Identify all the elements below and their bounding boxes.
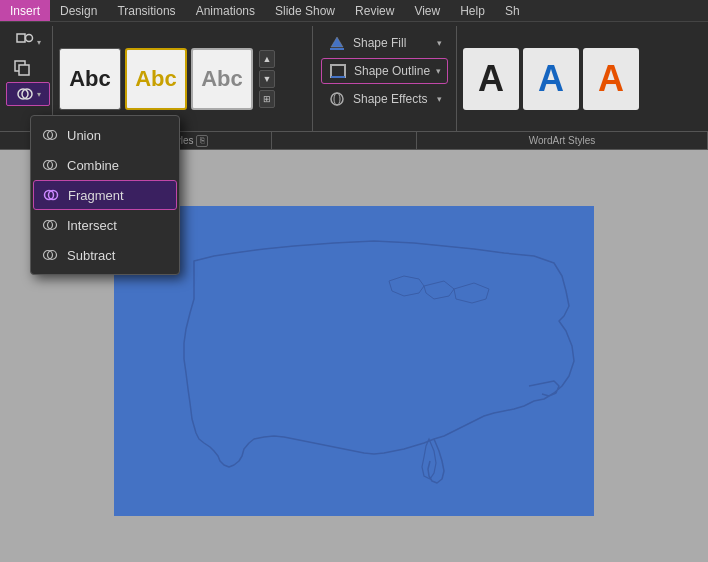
fragment-icon-svg bbox=[43, 187, 59, 203]
svg-rect-6 bbox=[330, 48, 344, 50]
union-label: Union bbox=[67, 128, 101, 143]
subtract-icon-svg bbox=[42, 247, 58, 263]
style-swatch-yellow[interactable]: Abc bbox=[125, 48, 187, 110]
ribbon-tabs: Insert Design Transitions Animations Sli… bbox=[0, 0, 708, 22]
tab-insert[interactable]: Insert bbox=[0, 0, 50, 21]
union-icon bbox=[41, 126, 59, 144]
icon-row-3: ▾ bbox=[6, 82, 50, 106]
scroll-down-button[interactable]: ▼ bbox=[259, 70, 275, 88]
shape-outline-dropdown-arrow[interactable]: ▾ bbox=[436, 66, 441, 76]
tab-slideshow[interactable]: Slide Show bbox=[265, 0, 345, 21]
intersect-icon-svg bbox=[42, 217, 58, 233]
shape-effects-dropdown-arrow[interactable]: ▾ bbox=[437, 94, 442, 104]
svg-rect-7 bbox=[331, 65, 345, 77]
expand-button[interactable]: ⊞ bbox=[259, 90, 275, 108]
menu-item-intersect[interactable]: Intersect bbox=[31, 210, 179, 240]
tab-design[interactable]: Design bbox=[50, 0, 107, 21]
tab-review[interactable]: Review bbox=[345, 0, 404, 21]
shape-styles-grid: Abc Abc Abc ▲ ▼ ⊞ bbox=[59, 30, 306, 127]
effects-icon-svg bbox=[328, 91, 346, 107]
shapes-icon bbox=[16, 33, 34, 51]
shape-effects-icon bbox=[327, 91, 347, 107]
shape-outline-button[interactable]: Shape Outline ▾ bbox=[321, 58, 448, 84]
svg-rect-0 bbox=[17, 34, 25, 42]
wordart-styles-text: WordArt Styles bbox=[529, 135, 596, 146]
shape-fill-button[interactable]: Shape Fill ▾ bbox=[321, 30, 448, 56]
format-section: Shape Fill ▾ Shape Outline ▾ Shape Effec… bbox=[313, 26, 457, 131]
merge-shapes-button[interactable]: ▾ bbox=[6, 82, 50, 106]
arrange-icon bbox=[13, 59, 31, 77]
shape-outline-label: Shape Outline bbox=[354, 64, 430, 78]
svg-point-9 bbox=[331, 93, 343, 105]
shape-effects-button[interactable]: Shape Effects ▾ bbox=[321, 86, 448, 112]
wordart-swatch-orange[interactable]: A bbox=[583, 48, 639, 110]
scroll-arrows: ▲ ▼ ⊞ bbox=[259, 50, 275, 108]
swatch-label: Abc bbox=[201, 66, 243, 92]
menu-item-union[interactable]: Union bbox=[31, 120, 179, 150]
wordart-section: A A A bbox=[457, 26, 645, 131]
usa-map-svg bbox=[134, 221, 584, 501]
wordart-swatch-blue[interactable]: A bbox=[523, 48, 579, 110]
style-swatch-plain[interactable]: Abc bbox=[59, 48, 121, 110]
menu-item-fragment[interactable]: Fragment bbox=[33, 180, 177, 210]
combine-label: Combine bbox=[67, 158, 119, 173]
subtract-label: Subtract bbox=[67, 248, 115, 263]
shape-effects-label: Shape Effects bbox=[353, 92, 431, 106]
wordart-swatch-black[interactable]: A bbox=[463, 48, 519, 110]
subtract-icon bbox=[41, 246, 59, 264]
fragment-icon bbox=[42, 186, 60, 204]
arrange-button[interactable] bbox=[6, 56, 38, 80]
union-icon-svg bbox=[42, 127, 58, 143]
merge-icon bbox=[16, 85, 34, 103]
merge-shapes-dropdown: Union Combine Fragment Intersect bbox=[30, 115, 180, 275]
svg-point-10 bbox=[334, 93, 340, 105]
svg-rect-3 bbox=[19, 65, 29, 75]
menu-item-combine[interactable]: Combine bbox=[31, 150, 179, 180]
outline-icon-svg bbox=[329, 63, 347, 79]
chevron-down-icon: ▾ bbox=[37, 38, 41, 47]
shape-outline-icon bbox=[328, 63, 348, 79]
shape-styles-expand-button[interactable]: ⎘ bbox=[196, 135, 208, 147]
shape-fill-label: Shape Fill bbox=[353, 36, 431, 50]
swatch-label: Abc bbox=[135, 66, 177, 92]
format-bottom-label bbox=[272, 132, 417, 149]
svg-point-1 bbox=[25, 35, 32, 42]
wordart-grid: A A A bbox=[463, 30, 639, 127]
swatch-label: Abc bbox=[69, 66, 111, 92]
tab-sh[interactable]: Sh bbox=[495, 0, 530, 21]
tab-view[interactable]: View bbox=[404, 0, 450, 21]
style-swatch-outline[interactable]: Abc bbox=[191, 48, 253, 110]
fragment-label: Fragment bbox=[68, 188, 124, 203]
menu-item-subtract[interactable]: Subtract bbox=[31, 240, 179, 270]
shape-fill-dropdown-arrow[interactable]: ▾ bbox=[437, 38, 442, 48]
intersect-icon bbox=[41, 216, 59, 234]
tab-help[interactable]: Help bbox=[450, 0, 495, 21]
shape-fill-icon bbox=[327, 35, 347, 51]
slide-canvas[interactable] bbox=[114, 206, 594, 516]
scroll-up-button[interactable]: ▲ bbox=[259, 50, 275, 68]
chevron-down-icon: ▾ bbox=[37, 90, 41, 99]
intersect-label: Intersect bbox=[67, 218, 117, 233]
icon-row-2 bbox=[6, 56, 50, 80]
svg-rect-8 bbox=[331, 76, 345, 78]
wordart-bottom-label: WordArt Styles bbox=[417, 132, 708, 149]
combine-icon-svg bbox=[42, 157, 58, 173]
shapes-button[interactable]: ▾ bbox=[6, 30, 50, 54]
combine-icon bbox=[41, 156, 59, 174]
icon-row-1: ▾ bbox=[6, 30, 50, 54]
tab-transitions[interactable]: Transitions bbox=[107, 0, 185, 21]
fill-icon-svg bbox=[328, 35, 346, 51]
tab-animations[interactable]: Animations bbox=[186, 0, 265, 21]
